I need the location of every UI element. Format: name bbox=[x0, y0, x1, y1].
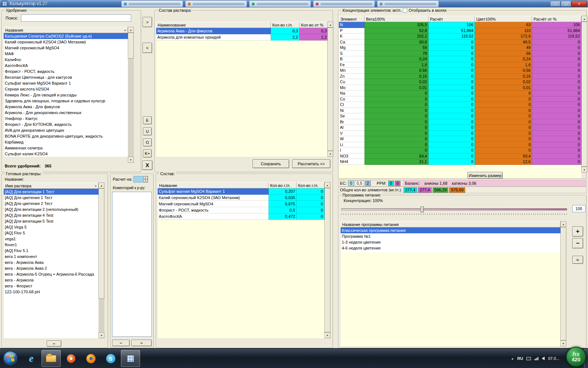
fertilizer-item[interactable]: Агрикола - Для декоративно-лиственных bbox=[4, 110, 128, 116]
program-item[interactable]: Классическая программа питания bbox=[341, 227, 560, 233]
composition-column-header[interactable]: Кол-во г./л. bbox=[269, 182, 297, 188]
calc-target-input[interactable]: ▲ ▼ bbox=[133, 176, 148, 183]
scrollbar-track[interactable] bbox=[325, 188, 330, 332]
scroll-up-icon[interactable]: ▲ bbox=[98, 183, 104, 188]
solution-row-name[interactable]: Агрикола для комнатных орхидей bbox=[156, 34, 271, 40]
element-name[interactable]: Na bbox=[339, 91, 365, 96]
composition-row-qty2[interactable]: 0 bbox=[297, 213, 325, 220]
fertilizer-item[interactable]: КалиФос bbox=[4, 57, 128, 63]
fertilizer-item[interactable]: Карбамид bbox=[4, 139, 128, 145]
solution-preset-item[interactable]: [AQ] Flov 5 bbox=[4, 230, 98, 236]
scroll-up-icon[interactable]: ▲ bbox=[128, 27, 134, 33]
composition-row-qty2[interactable]: 0 bbox=[297, 195, 325, 201]
firefox-taskbar-button[interactable] bbox=[81, 350, 100, 367]
composition-row-qty[interactable]: 0,472 bbox=[269, 213, 297, 220]
scrollbar-thumb[interactable] bbox=[581, 22, 587, 167]
element-name[interactable]: Zn bbox=[339, 74, 365, 79]
fertilizer-item[interactable]: Здравень для овощных, плодовых и садовых… bbox=[4, 98, 128, 104]
solution-column-header[interactable]: Кол-во г./л. bbox=[271, 22, 300, 28]
clear-button[interactable]: X bbox=[142, 160, 153, 170]
fertilizer-item[interactable]: Калий сернокислый K2SO4 (ЗАО Метахим) bbox=[4, 39, 128, 45]
solution-row-pct[interactable]: 0,3 bbox=[300, 28, 328, 34]
skype-taskbar-button[interactable]: S bbox=[101, 350, 120, 367]
elements-column-header[interactable]: Цвет100% bbox=[475, 16, 532, 22]
remove-from-solution-button[interactable]: < bbox=[143, 43, 152, 53]
fertilizer-item[interactable]: Магний сернокислый MgSO4 bbox=[4, 45, 128, 51]
scrollbar-track[interactable] bbox=[327, 28, 333, 151]
calculate-button[interactable]: Рассчитать >> bbox=[292, 159, 330, 168]
scroll-down-icon[interactable]: ▼ bbox=[128, 157, 134, 163]
scrollbar-track[interactable] bbox=[560, 227, 566, 340]
program-list-header[interactable]: Название программы питания bbox=[341, 221, 560, 227]
solution-preset-item[interactable]: 122-100-170-68 pH bbox=[4, 289, 98, 295]
orange-app-taskbar-button[interactable] bbox=[61, 350, 80, 367]
fertilizer-item[interactable]: Агрикола Аква - Для фикусов bbox=[4, 104, 128, 110]
scroll-down-icon[interactable]: ▼ bbox=[327, 151, 333, 157]
solution-row-name[interactable]: Агрикола Аква - Для фикусов bbox=[156, 28, 271, 34]
element-name[interactable]: N bbox=[339, 22, 365, 28]
comment-textarea[interactable] bbox=[112, 192, 152, 337]
element-name[interactable]: Li bbox=[339, 142, 365, 148]
slider-thumb[interactable] bbox=[420, 206, 424, 212]
element-name[interactable]: Fe bbox=[339, 62, 365, 68]
browser-tab[interactable] bbox=[313, 0, 375, 7]
save-button[interactable]: Сохранить bbox=[252, 159, 289, 168]
scroll-down-icon[interactable]: ▼ bbox=[581, 167, 587, 173]
solution-preset-item[interactable]: flover1 bbox=[4, 242, 98, 248]
program-item[interactable]: Программа №1 bbox=[341, 233, 560, 239]
fertilizer-item[interactable]: Аммиачная селитра bbox=[4, 145, 128, 151]
element-name[interactable]: K bbox=[339, 33, 365, 39]
solution-preset-item[interactable]: [AQ] Flov 5.1 bbox=[4, 248, 98, 254]
browser-tab[interactable] bbox=[121, 0, 183, 7]
fertilizer-item[interactable]: Унифлор - Кактус bbox=[4, 116, 128, 121]
curve-button[interactable]: ≈ bbox=[572, 256, 583, 264]
maximize-button[interactable]: □ bbox=[561, 1, 571, 7]
fertilizer-item[interactable]: Флорист - РОСТ, жидкость bbox=[4, 68, 128, 74]
fertilizer-item[interactable]: AVA для декоративно цветущих bbox=[4, 127, 128, 133]
solution-preset-item[interactable]: [AQ] Для вегитации 4 Test bbox=[4, 212, 98, 218]
ready-scrollbar[interactable]: ▲ ▼ bbox=[98, 183, 104, 338]
comment-remove-button[interactable]: − bbox=[112, 340, 130, 346]
fertilizers-list-header[interactable]: Названия ▲ bbox=[4, 27, 128, 33]
composition-row-name[interactable]: АзотоФосКА bbox=[158, 213, 269, 220]
scrollbar-thumb[interactable] bbox=[98, 188, 104, 299]
composition-row-qty[interactable]: 0,875 bbox=[269, 201, 297, 207]
elements-column-header[interactable]: Расчёт от % bbox=[532, 16, 581, 22]
browser-tab[interactable] bbox=[249, 0, 311, 7]
delete-solution-button[interactable]: − bbox=[47, 340, 61, 347]
element-name[interactable]: I bbox=[339, 148, 365, 153]
explorer-taskbar-button[interactable] bbox=[42, 350, 61, 367]
element-name[interactable]: Cu bbox=[339, 79, 365, 85]
composition-row-qty[interactable]: 0,207 bbox=[269, 188, 297, 195]
solution-row-qty[interactable]: 0,3 bbox=[271, 28, 300, 34]
solution-preset-item[interactable]: вега - Агрикола Аква 2 bbox=[4, 265, 98, 271]
solution-preset-item[interactable]: [AQ] Для вегитации 2 (неполноценный) bbox=[4, 206, 98, 212]
scroll-down-icon[interactable]: ▼ bbox=[325, 332, 330, 338]
minimize-button[interactable]: – bbox=[550, 1, 560, 7]
resize-button[interactable]: Изменить размер bbox=[467, 172, 503, 179]
element-name[interactable]: Ca bbox=[339, 39, 365, 45]
ie-taskbar-button[interactable]: e bbox=[22, 350, 41, 367]
fertilizer-item[interactable]: АзотоФосКА bbox=[4, 63, 128, 68]
solution-preset-item[interactable]: вега 1 компонент bbox=[4, 254, 98, 259]
clock[interactable]: 07.0... bbox=[548, 356, 559, 361]
element-name[interactable]: Mn bbox=[339, 68, 365, 74]
scroll-down-icon[interactable]: ▼ bbox=[560, 340, 566, 346]
e-button[interactable]: E bbox=[143, 116, 152, 124]
composition-row-name[interactable]: Калий сернокислый K2SO4 (ЗАО Метахим) bbox=[158, 195, 269, 201]
solution-preset-item[interactable]: вега - Агрикола bbox=[4, 277, 98, 283]
composition-row-name[interactable]: Флорист - РОСТ, жидкость bbox=[158, 207, 269, 213]
language-indicator[interactable]: RU bbox=[517, 356, 523, 361]
solution-preset-item[interactable]: вега - Агрикола-5 Огурец + Агрикола-6 Ра… bbox=[4, 271, 98, 277]
add-to-solution-button[interactable]: > bbox=[143, 17, 152, 27]
element-name[interactable]: Se bbox=[339, 113, 365, 119]
fertilizer-item[interactable]: Сульфат калия K2SO4 bbox=[4, 151, 128, 157]
fertilizer-item[interactable]: Кемира Люкс - Для овощей и рассады bbox=[4, 92, 128, 98]
fertilizer-item[interactable]: МАФ bbox=[4, 51, 128, 57]
fertilizer-item[interactable]: BONA FORTE для декоративно-цветущих, жид… bbox=[4, 133, 128, 139]
program-item[interactable]: 4-6 неделя цветения bbox=[341, 245, 560, 251]
element-name[interactable]: V bbox=[339, 131, 365, 137]
composition-row-qty[interactable]: 0,035 bbox=[269, 195, 297, 201]
composition-row-qty2[interactable]: 0 bbox=[297, 188, 325, 195]
solution-preset-item[interactable]: [AQ] Для цветения 1 Тест bbox=[4, 195, 98, 201]
